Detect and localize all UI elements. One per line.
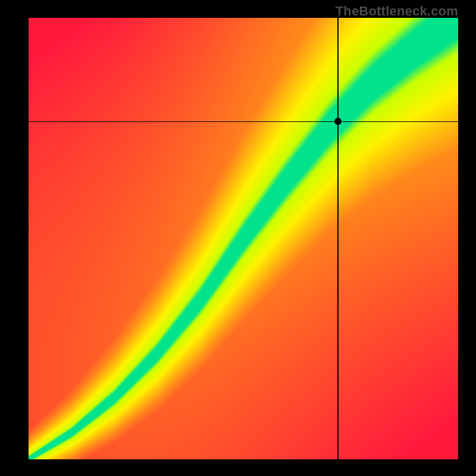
watermark-text: TheBottleneck.com — [336, 4, 458, 19]
chart-container: TheBottleneck.com — [0, 0, 476, 476]
heatmap-canvas — [29, 18, 458, 459]
crosshair-horizontal — [29, 121, 458, 123]
crosshair-vertical — [337, 18, 339, 459]
data-point-marker — [334, 118, 342, 125]
plot-area — [29, 18, 458, 459]
